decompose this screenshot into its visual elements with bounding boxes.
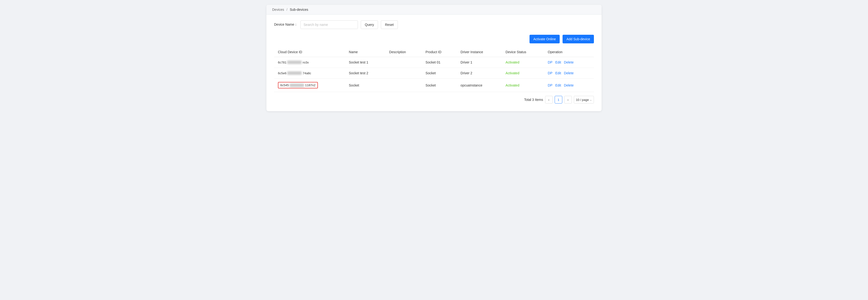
cell-operation: DPEditDelete [544,68,594,79]
cell-device-status: Activated [502,79,544,92]
devices-table-wrapper: Cloud Device ID Name Description Product… [274,47,594,92]
cell-operation: DPEditDelete [544,79,594,92]
cell-cloud-device-id: 6c781ro3x [274,57,345,68]
search-bar: Device Name： Query Reset [274,20,594,29]
op-link-delete[interactable]: Delete [564,60,574,64]
cell-operation: DPEditDelete [544,57,594,68]
add-subdevice-button[interactable]: Add Sub-device [562,35,594,44]
col-cloud-device-id: Cloud Device ID [274,47,345,57]
activate-online-button[interactable]: Activate Online [529,35,560,44]
op-link-edit[interactable]: Edit [555,71,561,75]
status-badge: Activated [505,83,520,87]
op-link-edit[interactable]: Edit [555,83,561,87]
device-id-blurred [287,72,302,75]
page-size-label: 10 / page [576,98,589,102]
cell-driver-instance: Driver 1 [457,57,502,68]
table-row: 6c5e674a8cSocket test 2SocketDriver 2Act… [274,68,594,79]
cell-device-status: Activated [502,68,544,79]
device-name-label: Device Name： [274,23,298,27]
col-name: Name [345,47,385,57]
query-button[interactable]: Query [361,20,378,29]
status-badge: Activated [505,71,520,75]
cell-driver-instance: opcuaInstance [457,79,502,92]
device-id-blurred [290,84,304,87]
cell-description [385,79,422,92]
highlighted-device-id: 6c5451187n2 [278,82,318,88]
breadcrumb: Devices / Sub-devices [272,8,596,11]
breadcrumb-parent-link[interactable]: Devices [272,8,284,11]
col-description: Description [385,47,422,57]
table-row: 6c781ro3xSocket test 1Socket 01Driver 1A… [274,57,594,68]
cell-name: Socket test 1 [345,57,385,68]
cell-description [385,68,422,79]
cell-product-id: Socket [422,68,457,79]
current-page-button[interactable]: 1 [555,96,562,104]
op-link-dp[interactable]: DP [548,71,552,75]
op-link-delete[interactable]: Delete [564,71,574,75]
col-product-id: Product ID [422,47,457,57]
prev-page-button[interactable]: ‹ [545,96,553,104]
col-operation: Operation [544,47,594,57]
cell-name: Socket test 2 [345,68,385,79]
cell-product-id: Socket 01 [422,57,457,68]
cell-product-id: Socket [422,79,457,92]
total-items-label: Total 3 Items [524,98,543,102]
cell-name: Socket [345,79,385,92]
cell-description [385,57,422,68]
device-id-prefix: 6c545 [280,83,289,87]
pagination-row: Total 3 Items ‹ 1 › 10 / page ⌄ [274,92,594,105]
breadcrumb-separator: / [286,8,287,11]
next-page-button[interactable]: › [564,96,572,104]
cell-cloud-device-id: 6c5451187n2 [274,79,345,92]
device-id-suffix: 1187n2 [305,83,315,87]
device-id-prefix: 6c5e6 [278,72,286,75]
table-header-row: Cloud Device ID Name Description Product… [274,47,594,57]
breadcrumb-current: Sub-devices [290,8,308,11]
search-input[interactable] [301,20,358,29]
action-row: Activate Online Add Sub-device [274,35,594,44]
op-link-dp[interactable]: DP [548,83,552,87]
device-id-blurred [287,61,302,64]
device-id-prefix: 6c781 [278,61,286,64]
device-id-suffix: ro3x [303,61,309,64]
page-size-selector[interactable]: 10 / page ⌄ [574,96,594,104]
op-link-edit[interactable]: Edit [555,60,561,64]
main-content: Device Name： Query Reset Activate Online… [267,15,601,111]
op-link-dp[interactable]: DP [548,60,552,64]
top-bar: Devices / Sub-devices [267,5,601,15]
cell-device-status: Activated [502,57,544,68]
col-driver-instance: Driver Instance [457,47,502,57]
devices-table: Cloud Device ID Name Description Product… [274,47,594,92]
op-link-delete[interactable]: Delete [564,83,574,87]
chevron-down-icon: ⌄ [590,99,592,101]
col-device-status: Device Status [502,47,544,57]
device-id-suffix: 74a8c [303,72,311,75]
main-container: Devices / Sub-devices Device Name： Query… [267,5,601,111]
cell-cloud-device-id: 6c5e674a8c [274,68,345,79]
cell-driver-instance: Driver 2 [457,68,502,79]
reset-button[interactable]: Reset [381,20,398,29]
table-row: 6c5451187n2SocketSocketopcuaInstanceActi… [274,79,594,92]
status-badge: Activated [505,60,520,64]
